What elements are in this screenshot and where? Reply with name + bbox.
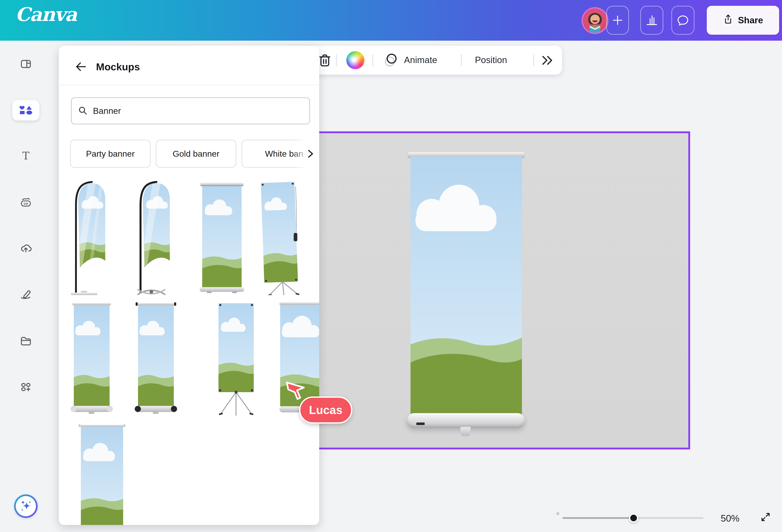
toolbar-divider <box>372 54 373 66</box>
add-design-button[interactable] <box>606 6 629 35</box>
banner-base-foot <box>460 427 470 436</box>
top-bar: Canva Share <box>0 0 782 41</box>
canva-logo: Canva <box>15 3 77 26</box>
share-button[interactable]: Share <box>707 6 779 35</box>
sidebar-item-design[interactable] <box>17 55 35 72</box>
sidebar-item-uploads[interactable] <box>17 239 35 257</box>
mockup-thumb-roll-up-banner-silver[interactable] <box>70 301 113 418</box>
collaborator-name-badge: Lucas <box>299 396 352 424</box>
mockup-thumb-x-stand-banner[interactable] <box>257 180 304 296</box>
banner-base <box>407 413 525 428</box>
toolbar-divider <box>461 54 462 66</box>
svg-text:T: T <box>23 150 30 162</box>
position-button[interactable]: Position <box>475 55 507 65</box>
sidebar-item-brand[interactable]: co <box>17 194 35 211</box>
animate-button[interactable]: Animate <box>404 55 437 65</box>
mockup-thumb-feather-flag-plate-base[interactable] <box>71 180 113 296</box>
zoom-slider-fill <box>563 517 634 519</box>
mockup-thumb-hanging-banner[interactable] <box>78 423 126 525</box>
zoom-level[interactable]: 50% <box>721 513 740 524</box>
color-wheel-icon[interactable] <box>346 51 364 69</box>
share-label: Share <box>738 15 763 26</box>
share-upload-icon <box>723 14 733 27</box>
sidebar-item-text[interactable]: T <box>17 147 35 165</box>
chevron-right-icon[interactable] <box>306 149 315 159</box>
mockups-panel: Mockups Party banner Gold banner White b… <box>59 46 319 525</box>
back-button[interactable] <box>75 62 86 72</box>
zoom-slider-knob[interactable] <box>629 513 638 523</box>
chip-gold-banner[interactable]: Gold banner <box>156 140 236 168</box>
comment-bubble-icon[interactable] <box>671 6 695 35</box>
mockup-thumb-roll-up-banner-dark-caps[interactable] <box>134 301 178 418</box>
trash-icon[interactable] <box>319 54 331 68</box>
mockup-thumb-feather-flag-cross-base[interactable] <box>135 180 178 296</box>
sidebar-item-elements[interactable] <box>12 100 39 120</box>
toolbar-divider <box>336 54 337 66</box>
double-chevron-right-icon[interactable] <box>541 55 553 66</box>
search-icon <box>78 106 87 116</box>
banner-base-latch <box>416 422 425 425</box>
expand-arrows-icon[interactable] <box>759 511 772 524</box>
mockup-thumb-x-banner-tripod[interactable] <box>213 301 259 418</box>
panel-divider <box>59 85 319 85</box>
banner-mockup[interactable] <box>411 156 522 419</box>
toolbar-divider <box>533 54 534 66</box>
collaborator-name: Lucas <box>309 403 343 417</box>
animate-icon[interactable] <box>383 52 399 70</box>
magic-sparkles-icon <box>16 496 36 516</box>
search-box[interactable] <box>71 98 310 124</box>
mockup-thumb-roll-up-banner[interactable] <box>199 180 245 296</box>
sidebar-item-draw[interactable] <box>17 285 35 303</box>
avatar[interactable] <box>581 7 608 34</box>
sidebar-item-apps[interactable] <box>17 379 35 396</box>
insights-bars-icon[interactable] <box>640 6 663 35</box>
zoom-slider-origin-dot <box>556 512 559 515</box>
magic-sparkles-button[interactable] <box>14 494 38 518</box>
panel-title: Mockups <box>96 61 140 73</box>
search-input[interactable] <box>93 106 303 116</box>
svg-text:co: co <box>24 201 28 205</box>
collaborator-cursor <box>285 380 305 401</box>
sidebar-item-projects[interactable] <box>17 332 35 349</box>
chip-party-banner[interactable]: Party banner <box>70 140 150 168</box>
context-toolbar: Animate Position <box>284 46 562 75</box>
